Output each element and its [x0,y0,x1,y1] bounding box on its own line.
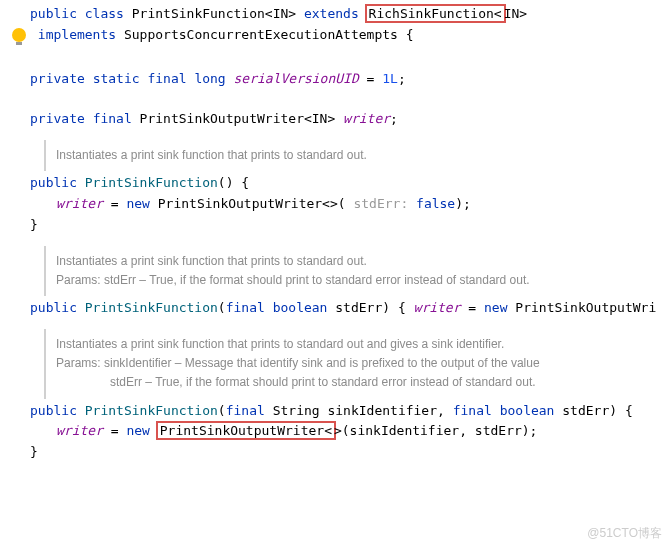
field-writer: writer [335,111,390,126]
highlight-box-superclass: RichSinkFunction< [365,4,506,23]
javadoc-params-label: Params: [56,273,101,287]
keyword-extends: extends [304,6,359,21]
code-line-close-brace: } [4,215,672,236]
field-serialVersionUID: serialVersionUID [234,71,359,86]
watermark-text: @51CTO博客 [587,524,662,543]
keyword-implements: implements [38,27,116,42]
code-line-close-brace: } [4,442,672,463]
blank-line [4,89,672,109]
generic-IN: IN [273,6,289,21]
javadoc-summary: Instantiates a print sink function that … [56,252,654,271]
code-line-writer-field: private final PrintSinkOutputWriter<IN> … [4,109,672,130]
constructor-name: PrintSinkFunction [85,175,218,190]
javadoc-block: Instantiates a print sink function that … [44,329,654,399]
javadoc-summary: Instantiates a print sink function that … [56,146,654,165]
superclass-name: RichSinkFunction [369,6,494,21]
highlight-box-writer-type: PrintSinkOutputWriter< [156,421,336,440]
class-name: PrintSinkFunction [132,6,265,21]
interface-name: SupportsConcurrentExecutionAttempts [124,27,398,42]
code-line-implements: implements SupportsConcurrentExecutionAt… [4,25,672,49]
keyword-public: public [30,6,77,21]
javadoc-params-label: Params: [56,356,101,370]
code-line-ctor0-body: writer = new PrintSinkOutputWriter<>( st… [4,194,672,215]
javadoc-summary: Instantiates a print sink function that … [56,335,654,354]
code-line-ctor2: public PrintSinkFunction(final String si… [4,401,672,422]
blank-line [4,49,672,69]
javadoc-block: Instantiates a print sink function that … [44,140,654,171]
code-line-serialversion: private static final long serialVersionU… [4,69,672,90]
code-line-ctor2-body: writer = new PrintSinkOutputWriter<>(sin… [4,421,672,442]
intention-bulb-icon[interactable] [12,28,26,42]
code-line-ctor0: public PrintSinkFunction() { [4,173,672,194]
javadoc-block: Instantiates a print sink function that … [44,246,654,296]
parameter-hint: stdErr: [353,196,408,211]
code-line-ctor1: public PrintSinkFunction(final boolean s… [4,298,672,319]
gutter [4,25,30,49]
code-line-class-decl: public class PrintSinkFunction<IN> exten… [4,4,672,25]
keyword-class: class [85,6,124,21]
